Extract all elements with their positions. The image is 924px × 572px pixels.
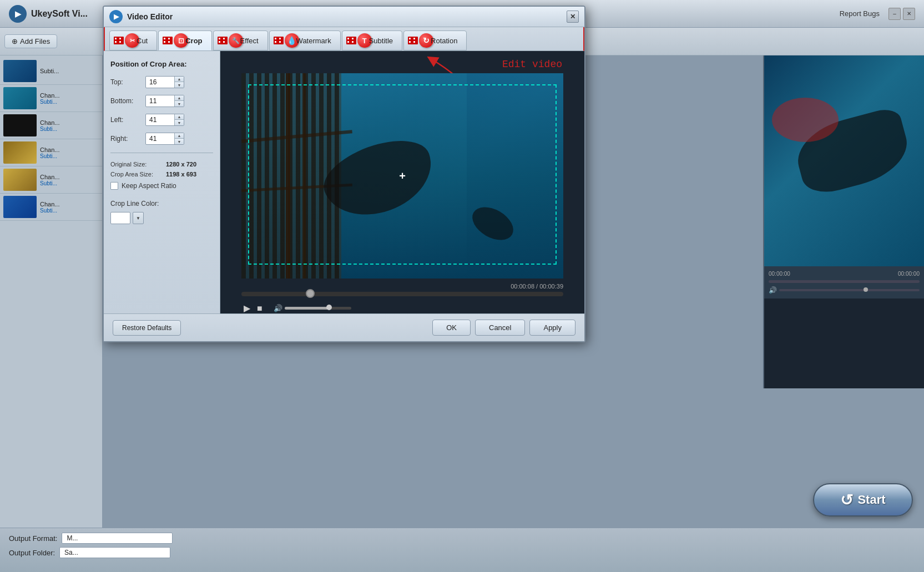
tab-subtitle[interactable]: T Subtitle: [342, 31, 402, 50]
volume-thumb: [326, 305, 332, 310]
bottom-bar: Output Format: M... Output Folder: Sa...: [0, 528, 924, 572]
list-item[interactable]: Chan... Subti...: [0, 112, 102, 139]
rotation-tab-label: Rotation: [431, 37, 457, 45]
tab-crop[interactable]: ⊡ Crop: [158, 31, 211, 50]
color-swatch[interactable]: [110, 212, 130, 224]
volume-icon: 🔊: [274, 304, 282, 312]
crop-bottom-label: Bottom:: [110, 97, 141, 105]
cancel-button[interactable]: Cancel: [475, 320, 525, 336]
crop-left-input[interactable]: [146, 115, 174, 125]
logo-icon: ▶: [15, 9, 21, 18]
list-item[interactable]: Chan... Subti...: [0, 139, 102, 166]
crop-right-arrows: ▲ ▼: [174, 133, 184, 144]
file-name: Chan...: [40, 174, 59, 180]
keep-aspect-checkbox[interactable]: [110, 182, 118, 190]
file-info: Chan... Subti...: [40, 146, 59, 159]
main-app-window: ▶ UkeySoft Vi... Report Bugs – ✕ ⊕ Add F…: [0, 0, 924, 572]
crop-bottom-input[interactable]: [146, 96, 174, 106]
video-time-display: 00:00:08 / 00:00:39: [241, 283, 563, 290]
color-picker-row: ▼: [110, 212, 213, 224]
subtitle-tab-label: Subtitle: [369, 37, 393, 45]
report-bugs-link[interactable]: Report Bugs: [840, 9, 880, 18]
crop-top-down[interactable]: ▼: [175, 82, 184, 88]
file-thumbnail: [3, 87, 37, 109]
crop-top-spinbox[interactable]: ▲ ▼: [145, 76, 184, 88]
crop-top-label: Top:: [110, 78, 141, 86]
ok-button[interactable]: OK: [432, 320, 471, 336]
crop-top-arrows: ▲ ▼: [174, 77, 184, 88]
crop-right-up[interactable]: ▲: [175, 133, 184, 139]
file-info: Subti...: [40, 68, 59, 74]
crop-bottom-down[interactable]: ▼: [175, 101, 184, 107]
crop-bottom-field: Bottom: ▲ ▼: [110, 95, 213, 107]
add-icon: ⊕: [12, 37, 18, 45]
apply-button[interactable]: Apply: [529, 320, 575, 336]
file-info: Chan... Subti...: [40, 119, 59, 132]
output-folder-value[interactable]: Sa...: [59, 547, 170, 558]
crop-bottom-up[interactable]: ▲: [175, 95, 184, 101]
minimize-button[interactable]: –: [888, 8, 901, 20]
file-info: Chan... Subti...: [40, 174, 59, 186]
list-item[interactable]: Chan... Subti...: [0, 166, 102, 194]
crop-area-row: Crop Area Size: 1198 x 693: [110, 171, 213, 178]
crop-left-field: Left: ▲ ▼: [110, 114, 213, 126]
crop-right-down[interactable]: ▼: [175, 139, 184, 144]
file-thumbnail: [3, 196, 37, 218]
effect-tab-icon: 🔧: [223, 34, 238, 47]
right-time-right: 00:00:00: [898, 271, 920, 277]
keep-aspect-label: Keep Aspect Ratio: [122, 182, 176, 190]
crop-top-input[interactable]: [146, 77, 174, 87]
output-format-label: Output Format:: [9, 534, 57, 543]
watermark-tab-icon: 💧: [279, 34, 294, 47]
close-button[interactable]: ✕: [903, 8, 915, 20]
crop-area-value: 1198 x 693: [166, 171, 196, 178]
add-files-button[interactable]: ⊕ Add Files: [4, 34, 57, 48]
dialog-close-button[interactable]: ✕: [567, 11, 579, 23]
volume-bar[interactable]: [285, 307, 351, 310]
crop-left-label: Left:: [110, 116, 141, 124]
subtitle-tab-icon: T: [351, 34, 367, 47]
crop-top-up[interactable]: ▲: [175, 77, 184, 82]
file-label: Subti...: [40, 99, 59, 105]
crop-left-arrows: ▲ ▼: [174, 114, 184, 125]
crop-right-spinbox[interactable]: ▲ ▼: [145, 133, 184, 145]
crop-left-up[interactable]: ▲: [175, 114, 184, 120]
crop-top-field: Top: ▲ ▼: [110, 76, 213, 88]
right-timeline: 00:00:00 00:00:00: [769, 271, 920, 277]
volume-icon: 🔊: [769, 286, 777, 294]
dialog-body: Position of Crop Area: Top: ▲ ▼: [104, 51, 584, 313]
tab-watermark[interactable]: 💧 Watermark: [269, 31, 341, 50]
color-dropdown-button[interactable]: ▼: [133, 212, 144, 224]
crop-right-label: Right:: [110, 135, 141, 143]
add-files-label: Add Files: [20, 37, 50, 45]
crop-left-down[interactable]: ▼: [175, 120, 184, 125]
crop-area-label: Crop Area Size:: [110, 171, 166, 178]
list-item[interactable]: Chan... Subti...: [0, 85, 102, 112]
file-thumbnail: [3, 60, 37, 82]
tab-cut[interactable]: ✂ Cut: [109, 31, 157, 50]
list-item[interactable]: Subti...: [0, 58, 102, 85]
output-format-value[interactable]: M...: [62, 533, 173, 544]
right-volume-bar[interactable]: [779, 289, 920, 291]
original-size-label: Original Size:: [110, 161, 166, 168]
crop-left-spinbox[interactable]: ▲ ▼: [145, 114, 184, 126]
tab-rotation[interactable]: ↻ Rotation: [403, 31, 467, 50]
video-preview-panel: Edit video: [220, 51, 584, 313]
file-label: Subti...: [40, 207, 59, 214]
crop-bottom-spinbox[interactable]: ▲ ▼: [145, 95, 184, 107]
stop-button[interactable]: ■: [257, 303, 262, 313]
right-progress-slider[interactable]: [769, 280, 920, 283]
crop-line-color-label: Crop Line Color:: [110, 200, 213, 207]
tab-effect[interactable]: 🔧 Effect: [213, 31, 268, 50]
video-progress-bar[interactable]: [241, 292, 563, 296]
start-button[interactable]: ↺ Start: [813, 483, 913, 517]
list-item[interactable]: Chan... Subti...: [0, 194, 102, 221]
output-folder-label: Output Folder:: [9, 549, 55, 557]
file-label: Subti...: [40, 68, 59, 74]
keep-aspect-row: Keep Aspect Ratio: [110, 182, 213, 190]
restore-defaults-button[interactable]: Restore Defaults: [113, 320, 181, 336]
play-button[interactable]: ▶: [244, 303, 250, 313]
file-label: Subti...: [40, 180, 59, 186]
crop-right-input[interactable]: [146, 134, 174, 144]
effect-tab-label: Effect: [240, 37, 259, 45]
